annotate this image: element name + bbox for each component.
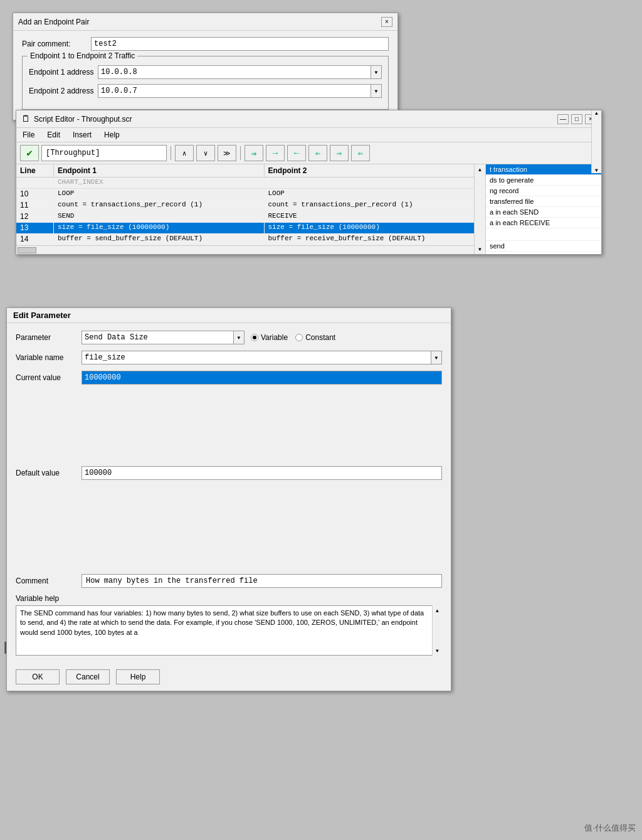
cell-ep2 (265, 178, 475, 188)
variable-help-label: Variable help (16, 594, 442, 603)
nav-right3-btn[interactable]: ⇒ (330, 145, 349, 161)
down-btn[interactable]: ∨ (196, 145, 215, 161)
nav-left3-btn[interactable]: ⇐ (351, 145, 370, 161)
ok-button[interactable]: OK (16, 669, 60, 684)
scroll-down-arrow[interactable]: ▼ (475, 244, 485, 254)
right-panel-item[interactable]: a in each SEND (486, 207, 601, 218)
right-panel-item[interactable] (486, 228, 601, 241)
parameter-row: Parameter ▼ Variable Constant (16, 331, 442, 344)
table-row[interactable]: 11 count = transactions_per_record (1) c… (16, 200, 474, 211)
right-panel-item[interactable]: ng record (486, 186, 601, 196)
arrows-btn[interactable]: ≫ (218, 145, 236, 161)
table-row[interactable]: 13 size = file_size (10000000) size = fi… (16, 223, 474, 234)
radio-constant[interactable]: Constant (295, 333, 335, 342)
endpoint-title-bar: Add an Endpoint Pair × (13, 13, 397, 31)
parameter-label: Parameter (16, 333, 82, 342)
script-name-input[interactable] (41, 145, 167, 161)
script-toolbar: ✔ ∧ ∨ ≫ ⇒ → ← ⇐ ⇒ ⇐ (16, 142, 601, 164)
right-panel-item[interactable]: ds to generate (486, 175, 601, 186)
default-value-input[interactable] (82, 466, 442, 480)
cell-ep1: LOOP (54, 189, 265, 199)
nav-right2-btn[interactable]: → (266, 145, 285, 161)
right-scroll-down[interactable]: ▼ (592, 167, 601, 173)
cell-ep2: count = transactions_per_record (1) (265, 200, 475, 211)
cancel-button[interactable]: Cancel (66, 669, 110, 684)
variable-help-scrollbar[interactable]: ▲ ▼ (432, 605, 442, 656)
ep1-dropdown-btn[interactable]: ▼ (371, 65, 382, 79)
header-line: Line (16, 164, 54, 177)
cell-ep1: size = file_size (10000000) (54, 223, 265, 233)
comment-input[interactable] (82, 574, 442, 588)
current-value-row: Current value (16, 371, 442, 385)
script-menu-bar: File Edit Insert Help (16, 128, 601, 142)
ep2-dropdown: ▼ (98, 84, 382, 98)
ep1-dropdown: ▼ (98, 65, 382, 79)
cell-ep1: SEND (54, 211, 265, 222)
variable-name-input[interactable] (82, 351, 431, 364)
help-button[interactable]: Help (116, 669, 160, 684)
right-scroll[interactable]: ▲ ▼ (591, 164, 601, 173)
radio-variable-label: Variable (261, 333, 288, 342)
scroll-up-arrow[interactable]: ▲ (475, 164, 485, 174)
nav-left1-btn[interactable]: ← (287, 145, 306, 161)
cell-ep2: RECEIVE (265, 211, 475, 222)
endpoint-form: Pair comment: Endpoint 1 to Endpoint 2 T… (13, 31, 397, 120)
endpoint-close-btn[interactable]: × (381, 17, 392, 27)
cell-ep1: buffer = send_buffer_size (DEFAULT) (54, 234, 265, 245)
ep2-input[interactable] (98, 84, 371, 98)
cell-line (16, 178, 54, 188)
edit-parameter-window: Edit Parameter Parameter ▼ Variable Cons… (6, 307, 451, 691)
group-label: Endpoint 1 to Endpoint 2 Traffic (28, 51, 137, 60)
right-panel-item[interactable]: send (486, 241, 601, 252)
menu-insert[interactable]: Insert (66, 129, 98, 141)
ep2-dropdown-btn[interactable]: ▼ (371, 84, 382, 98)
current-value-input[interactable] (82, 371, 442, 385)
script-maximize-btn[interactable]: □ (571, 114, 582, 124)
pair-comment-input[interactable] (91, 37, 389, 51)
variable-name-dropdown-btn[interactable]: ▼ (431, 351, 442, 364)
menu-file[interactable]: File (16, 129, 41, 141)
vertical-scrollbar[interactable]: ▲ ▼ (474, 164, 485, 254)
radio-variable[interactable]: Variable (251, 333, 288, 342)
header-ep2: Endpoint 2 (265, 164, 475, 177)
up-btn[interactable]: ∧ (175, 145, 194, 161)
script-icon: 🗒 (21, 114, 30, 124)
parameter-dropdown-btn[interactable]: ▼ (233, 331, 245, 344)
dialog-button-row: OK Cancel Help (7, 663, 451, 691)
ep2-row: Endpoint 2 address ▼ (29, 84, 382, 98)
radio-group: Variable Constant (251, 333, 335, 342)
menu-edit[interactable]: Edit (41, 129, 66, 141)
script-header: Line Endpoint 1 Endpoint 2 (16, 164, 474, 178)
endpoint-pair-window: Add an Endpoint Pair × Pair comment: End… (13, 13, 398, 120)
right-panel-item[interactable]: transferred file (486, 196, 601, 207)
right-panel-item[interactable]: t transaction (486, 164, 601, 175)
toolbar-sep2 (240, 146, 241, 160)
default-value-label: Default value (16, 469, 82, 477)
script-minimize-btn[interactable]: — (557, 114, 569, 124)
table-row[interactable]: 10 LOOP LOOP (16, 189, 474, 200)
spacer (16, 391, 442, 466)
radio-constant-label: Constant (305, 333, 335, 342)
table-row[interactable]: 12 SEND RECEIVE (16, 211, 474, 223)
default-value-row: Default value (16, 466, 442, 480)
table-row[interactable]: 14 buffer = send_buffer_size (DEFAULT) b… (16, 234, 474, 245)
menu-help[interactable]: Help (98, 129, 126, 141)
radio-constant-dot (295, 334, 303, 341)
table-row[interactable]: CHART_INDEX (16, 178, 474, 189)
right-panel-item[interactable]: a in each RECEIVE (486, 218, 601, 228)
ep1-label: Endpoint 1 address (29, 68, 98, 77)
scroll-thumb[interactable] (18, 247, 36, 253)
ep1-input[interactable] (98, 65, 371, 79)
parameter-input[interactable] (82, 331, 233, 344)
script-main-area: Line Endpoint 1 Endpoint 2 CHART_INDEX 1… (16, 164, 601, 254)
horizontal-scrollbar[interactable] (16, 245, 474, 254)
cell-ep2: buffer = receive_buffer_size (DEFAULT) (265, 234, 475, 245)
variable-name-label: Variable name (16, 353, 82, 362)
check-btn[interactable]: ✔ (20, 145, 39, 161)
nav-left2-btn[interactable]: ⇐ (308, 145, 327, 161)
watermark: 值·什么值得买 (584, 822, 636, 834)
nav-right1-btn[interactable]: ⇒ (245, 145, 263, 161)
vhelp-scroll-up[interactable]: ▲ (433, 605, 443, 615)
vhelp-scroll-down[interactable]: ▼ (433, 646, 443, 656)
variable-name-dropdown: ▼ (82, 351, 442, 364)
